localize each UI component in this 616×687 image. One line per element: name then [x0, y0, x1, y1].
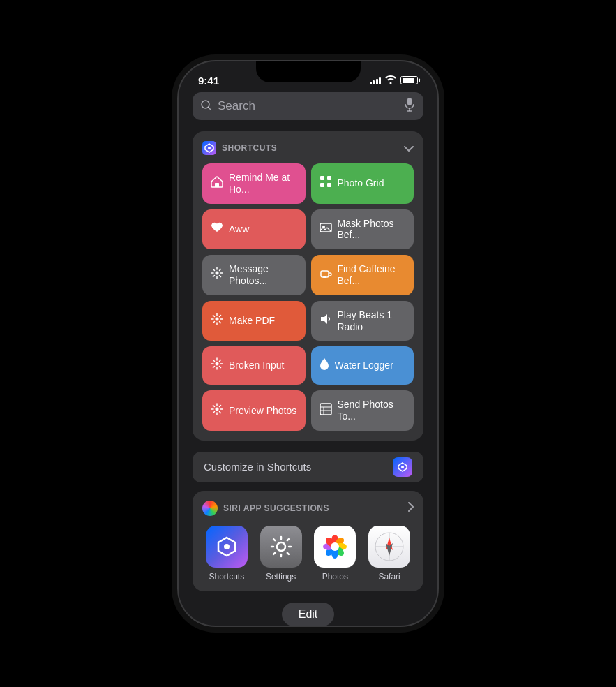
edit-section: Edit	[193, 603, 423, 626]
svg-point-6	[208, 147, 211, 149]
heart-icon	[211, 222, 223, 237]
sparkle-icon-3	[211, 357, 223, 374]
shortcut-broken-label: Broken Input	[229, 360, 284, 371]
shortcut-make-pdf-label: Make PDF	[229, 315, 275, 327]
sparkle-icon-4	[211, 403, 223, 419]
shortcut-message-label: Message Photos...	[229, 263, 297, 287]
shortcut-aww-label: Aww	[229, 223, 249, 235]
search-icon	[201, 100, 212, 113]
svg-rect-21	[320, 404, 331, 415]
photos-app-label: Photos	[322, 572, 348, 582]
status-icons	[370, 75, 419, 86]
svg-point-26	[401, 466, 404, 468]
sparkle-icon-1	[211, 267, 223, 283]
svg-rect-9	[327, 176, 331, 180]
svg-rect-11	[327, 183, 331, 187]
shortcuts-logo-icon	[202, 141, 216, 155]
svg-rect-7	[215, 183, 219, 187]
customize-label: Customize in Shortcuts	[204, 461, 311, 473]
main-content: Search	[179, 92, 437, 626]
svg-point-20	[216, 407, 219, 411]
home-icon	[211, 175, 223, 191]
shortcut-water-logger[interactable]: Water Logger	[311, 346, 414, 385]
shortcut-preview-photos[interactable]: Preview Photos	[202, 390, 306, 431]
shortcut-remind-me[interactable]: Remind Me at Ho...	[202, 163, 306, 204]
customize-shortcuts-logo	[393, 457, 412, 477]
chevron-right-icon[interactable]	[408, 502, 414, 514]
chevron-down-icon[interactable]	[404, 142, 414, 154]
siri-suggestions-widget: SIRI APP SUGGESTIONS	[193, 491, 423, 591]
shortcut-broken-input[interactable]: Broken Input	[202, 346, 306, 385]
app-item-shortcuts[interactable]: Shortcuts	[202, 526, 251, 582]
app-item-safari[interactable]: Safari	[365, 526, 414, 582]
search-placeholder: Search	[218, 99, 398, 113]
shortcut-make-pdf[interactable]: Make PDF	[202, 301, 306, 341]
svg-point-29	[277, 542, 285, 551]
search-bar[interactable]: Search	[193, 92, 423, 120]
svg-rect-15	[321, 271, 329, 277]
siri-header: SIRI APP SUGGESTIONS	[202, 501, 414, 516]
photo-mask-icon	[320, 222, 332, 237]
svg-rect-8	[320, 176, 324, 180]
shortcut-water-label: Water Logger	[335, 360, 393, 371]
svg-rect-10	[320, 183, 324, 187]
edit-label: Edit	[299, 608, 318, 620]
shortcuts-app-icon	[206, 526, 248, 568]
widget-header: SHORTCUTS	[202, 141, 414, 155]
svg-marker-18	[321, 314, 327, 324]
shortcuts-app-label: Shortcuts	[209, 572, 245, 582]
water-icon	[320, 357, 329, 374]
shortcut-caffeine-label: Find Caffeine Bef...	[338, 263, 406, 287]
shortcut-message-photos[interactable]: Message Photos...	[202, 255, 306, 295]
coffee-icon	[320, 267, 332, 283]
wifi-icon	[385, 75, 396, 86]
shortcuts-widget: SHORTCUTS	[193, 131, 423, 441]
microphone-icon[interactable]	[404, 98, 415, 114]
siri-logo-icon	[202, 501, 218, 516]
svg-point-28	[224, 544, 230, 549]
customize-shortcuts-button[interactable]: Customize in Shortcuts	[193, 452, 423, 482]
settings-app-icon	[260, 526, 302, 568]
svg-point-38	[331, 542, 339, 551]
shortcut-photo-grid-label: Photo Grid	[338, 177, 384, 189]
shortcut-play-beats-label: Play Beats 1 Radio	[338, 309, 406, 333]
shortcut-remind-label: Remind Me at Ho...	[229, 172, 297, 195]
shortcut-find-caffeine[interactable]: Find Caffeine Bef...	[311, 255, 414, 295]
photos-app-icon	[314, 526, 356, 568]
signal-icon	[370, 76, 382, 84]
speaker-icon	[320, 313, 332, 329]
edit-button[interactable]: Edit	[282, 603, 335, 626]
app-item-settings[interactable]: Settings	[257, 526, 306, 582]
phone-frame: 9:41	[177, 60, 439, 627]
safari-app-icon	[368, 526, 410, 568]
sparkle-icon-2	[211, 313, 223, 329]
shortcuts-widget-title: SHORTCUTS	[222, 143, 277, 153]
battery-icon	[400, 76, 418, 84]
settings-app-label: Settings	[266, 572, 296, 582]
notch	[256, 61, 361, 82]
svg-point-14	[216, 272, 219, 275]
status-time: 9:41	[198, 75, 219, 87]
shortcut-preview-label: Preview Photos	[229, 405, 296, 417]
svg-rect-2	[407, 98, 412, 105]
shortcut-send-label: Send Photos To...	[338, 399, 406, 422]
shortcut-mask-label: Mask Photos Bef...	[338, 218, 406, 242]
shortcut-mask-photos[interactable]: Mask Photos Bef...	[311, 209, 414, 250]
svg-point-19	[216, 362, 219, 366]
shortcut-aww[interactable]: Aww	[202, 209, 306, 250]
app-item-photos[interactable]: Photos	[311, 526, 360, 582]
table-icon	[320, 403, 332, 419]
svg-line-1	[209, 107, 211, 110]
siri-title: SIRI APP SUGGESTIONS	[223, 503, 329, 513]
shortcut-send-photos[interactable]: Send Photos To...	[311, 390, 414, 431]
shortcut-photo-grid[interactable]: Photo Grid	[311, 163, 414, 204]
grid-icon	[320, 175, 332, 191]
shortcuts-grid: Remind Me at Ho... Photo Grid	[202, 163, 414, 431]
siri-app-suggestions-row: Shortcuts Settings	[202, 526, 414, 582]
safari-app-label: Safari	[378, 572, 400, 582]
svg-point-17	[216, 318, 219, 321]
shortcut-play-beats[interactable]: Play Beats 1 Radio	[311, 301, 414, 341]
